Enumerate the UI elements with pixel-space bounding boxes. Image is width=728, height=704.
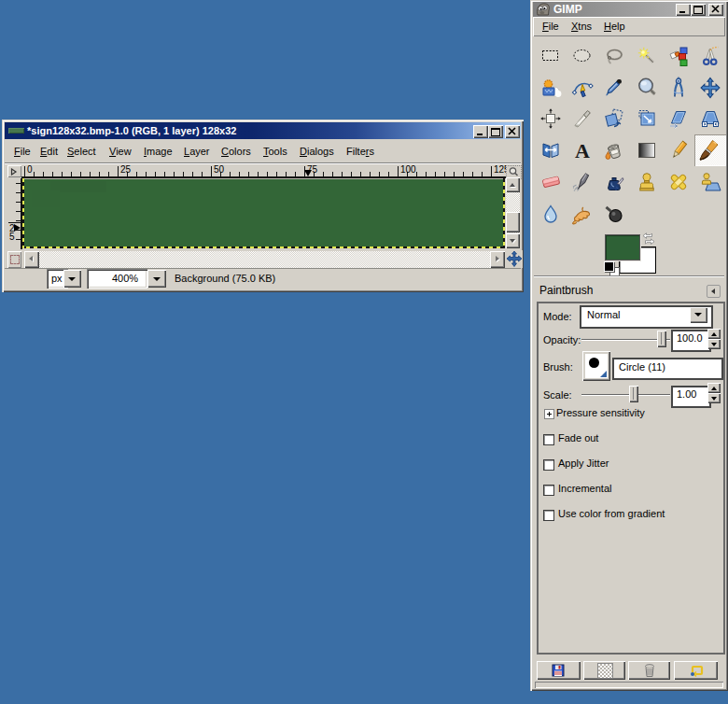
svg-text:A: A: [575, 139, 590, 162]
